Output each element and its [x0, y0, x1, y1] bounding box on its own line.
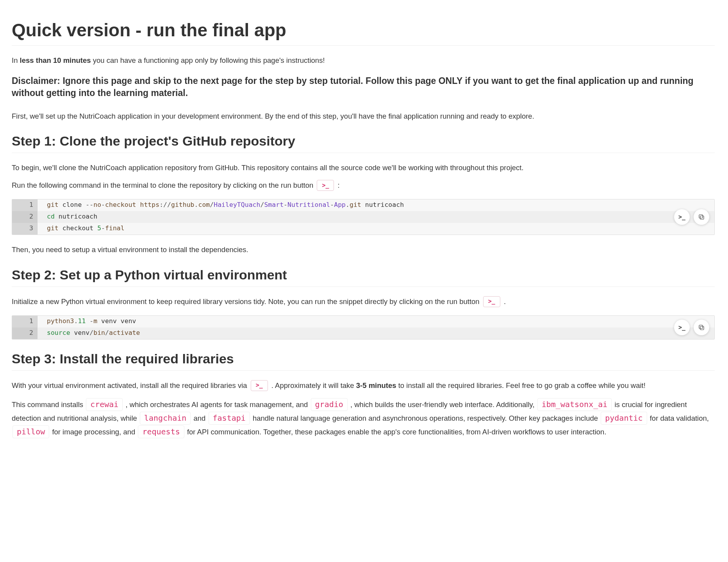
step3-p1-mid: . Approximately it will take: [271, 381, 356, 389]
run-badge-icon: [251, 380, 268, 391]
codeblock-1-actions: [674, 209, 709, 225]
code-content: cd nutricoach: [37, 211, 103, 223]
divider: [12, 286, 715, 287]
copy-icon: [698, 213, 705, 221]
step1-p2-pre: Run the following command in the termina…: [12, 181, 315, 189]
svg-rect-0: [700, 216, 704, 219]
codeblock-2: 1 python3.11 -m venv venv 2 source venv/…: [12, 315, 715, 340]
codeblock-2-actions: [674, 320, 709, 335]
intro-paragraph: In less than 10 minutes you can have a f…: [12, 55, 715, 66]
step2-p1: Initialize a new Python virtual environm…: [12, 296, 715, 308]
codeblock-2-wrap: 1 python3.11 -m venv venv 2 source venv/…: [12, 315, 715, 340]
run-code-button[interactable]: [674, 209, 690, 225]
step1-heading: Step 1: Clone the project's GitHub repos…: [12, 133, 715, 149]
codeblock-1: 1 git clone --no-checkout https://github…: [12, 199, 715, 235]
code-line: 1 git clone --no-checkout https://github…: [12, 199, 714, 211]
code-content: git clone --no-checkout https://github.c…: [37, 199, 410, 211]
step3-p1: With your virtual environment activated,…: [12, 380, 715, 391]
code-content: source venv/bin/activate: [37, 327, 146, 339]
step1-after: Then, you need to setup a virtual enviro…: [12, 244, 715, 256]
line-number: 2: [12, 327, 37, 339]
inline-code-langchain: langchain: [140, 412, 191, 425]
code-line: 1 python3.11 -m venv venv: [12, 316, 714, 327]
copy-icon: [698, 324, 705, 331]
inline-code-fastapi: fastapi: [209, 412, 250, 425]
codeblock-1-wrap: 1 git clone --no-checkout https://github…: [12, 199, 715, 235]
run-badge-icon: [317, 180, 334, 191]
intro-post: you can have a functioning app only by f…: [91, 56, 325, 64]
step1-p2-post: :: [338, 181, 340, 189]
inline-code-crewai: crewai: [86, 398, 123, 411]
line-number: 1: [12, 199, 37, 211]
svg-rect-2: [700, 326, 704, 330]
code-line: 2 cd nutricoach: [12, 211, 714, 223]
line-number: 3: [12, 223, 37, 235]
copy-code-button[interactable]: [694, 320, 709, 335]
step3-p1-pre: With your virtual environment activated,…: [12, 381, 249, 389]
divider: [12, 153, 715, 153]
svg-rect-1: [699, 215, 703, 218]
step1-p1: To begin, we'll clone the NutriCoach app…: [12, 162, 715, 174]
line-number: 2: [12, 211, 37, 223]
inline-code-ibm-watsonx-ai: ibm_watsonx_ai: [537, 398, 612, 411]
first-paragraph: First, we'll set up the NutriCoach appli…: [12, 111, 715, 122]
step2-heading: Step 2: Set up a Python virtual environm…: [12, 267, 715, 283]
step3-p1-post: to install all the required libraries. F…: [396, 381, 646, 389]
inline-code-requests: requests: [138, 425, 184, 438]
divider: [12, 370, 715, 371]
code-content: python3.11 -m venv venv: [37, 316, 143, 327]
inline-code-pillow: pillow: [12, 425, 49, 438]
disclaimer: Disclaimer: Ignore this page and skip to…: [12, 75, 715, 99]
run-code-button[interactable]: [674, 320, 690, 335]
inline-code-pydantic: pydantic: [601, 412, 647, 425]
intro-bold: less than 10 minutes: [20, 56, 91, 64]
copy-code-button[interactable]: [694, 209, 709, 225]
line-number: 1: [12, 316, 37, 327]
svg-rect-3: [699, 325, 703, 329]
page-root: Quick version - run the final app In les…: [0, 0, 726, 469]
inline-code-gradio: gradio: [311, 398, 348, 411]
run-badge-icon: [483, 296, 500, 307]
divider: [12, 45, 715, 46]
step2-p1-post: .: [504, 297, 506, 306]
code-line: 2 source venv/bin/activate: [12, 327, 714, 339]
code-content: git checkout 5-final: [37, 223, 131, 235]
code-line: 3 git checkout 5-final: [12, 223, 714, 235]
step3-p2: This command installs crewai , which orc…: [12, 398, 715, 439]
step3-p1-bold: 3-5 minutes: [356, 381, 396, 389]
intro-pre: In: [12, 56, 20, 64]
step1-p2: Run the following command in the termina…: [12, 180, 715, 191]
step3-heading: Step 3: Install the required libraries: [12, 351, 715, 366]
page-title: Quick version - run the final app: [12, 20, 715, 41]
step2-p1-pre: Initialize a new Python virtual environm…: [12, 297, 482, 306]
